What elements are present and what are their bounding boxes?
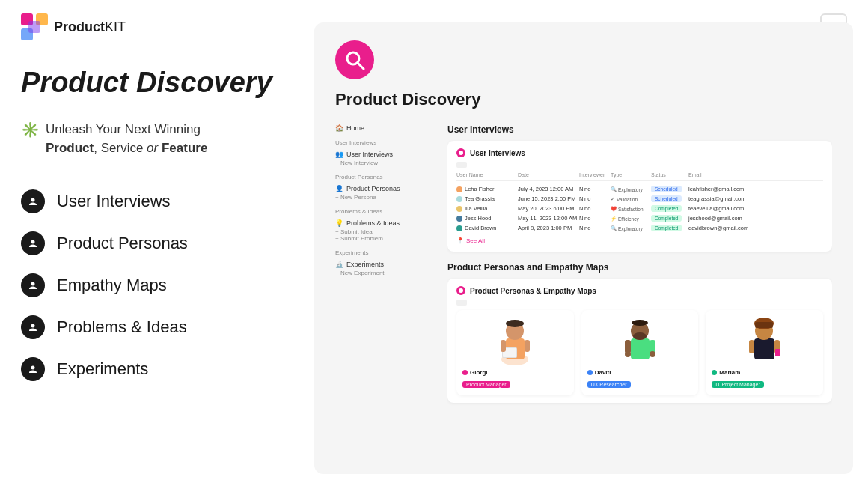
- td-name-4: Jess Hood: [456, 215, 516, 222]
- table-row[interactable]: Jess Hood May 11, 2023 12:00 AM Nino ⚡ E…: [456, 213, 823, 223]
- persona-illustration-2: [587, 316, 693, 365]
- header: ProductKIT: [21, 13, 126, 40]
- interviews-database: User Interviews User Name Date Interview…: [447, 141, 832, 252]
- nav-label-1: User Interviews: [57, 192, 171, 211]
- svg-rect-14: [501, 340, 506, 352]
- personas-db-controls: [456, 300, 467, 306]
- mockup-main-content: User Interviews User Interviews User Nam…: [447, 124, 832, 458]
- td-interviewer-2: Nino: [579, 195, 609, 202]
- persona-card-1[interactable]: Giorgi Product Manager: [456, 310, 574, 395]
- see-all-link[interactable]: 📍 See All: [456, 237, 823, 244]
- td-type-3: ❤️ Satisfaction: [611, 205, 650, 212]
- persona-illustration-3: [712, 316, 817, 365]
- svg-rect-30: [775, 349, 780, 356]
- td-interviewer-4: Nino: [579, 215, 609, 222]
- td-date-3: May 20, 2023 6:00 PM: [518, 205, 578, 212]
- persona-card-2[interactable]: Daviti UX Researcher: [581, 310, 699, 395]
- td-status-2: Scheduled: [651, 195, 687, 202]
- nav-item-experiments[interactable]: Experiments: [21, 350, 313, 389]
- tagline-text: Unleash Your Next Winning Product, Servi…: [46, 120, 207, 158]
- user-avatar-5: [456, 225, 462, 231]
- personas-database: Product Personas & Empathy Maps: [447, 279, 832, 403]
- user-avatar-2: [456, 196, 462, 202]
- sidebar-section-interviews: User Interviews: [335, 139, 433, 146]
- svg-point-18: [633, 332, 647, 340]
- sidebar-item-experiments[interactable]: 🔬 Experiments: [335, 259, 433, 270]
- mockup-content: 🏠 Home User Interviews 👥 User Interviews…: [335, 124, 832, 458]
- sidebar-section-experiments: Experiments: [335, 249, 433, 256]
- svg-point-6: [459, 151, 463, 155]
- sidebar-new-persona[interactable]: + New Persona: [335, 194, 433, 201]
- th-interviewer: Interviewer: [579, 172, 609, 177]
- nav-label-4: Problems & Ideas: [57, 318, 187, 337]
- td-email-2: teagrassia@gmail.com: [688, 195, 733, 202]
- svg-rect-28: [749, 340, 754, 353]
- user-avatar-3: [456, 206, 462, 212]
- nav-item-problems-ideas[interactable]: Problems & Ideas: [21, 308, 313, 347]
- personas-db-title-text: Product Personas & Empathy Maps: [470, 287, 596, 295]
- persona-illustration-1: [462, 316, 568, 365]
- table-row[interactable]: Leha Fisher July 4, 2023 12:00 AM Nino 🔍…: [456, 184, 823, 194]
- svg-rect-24: [754, 338, 774, 359]
- sidebar-item-problems[interactable]: 💡 Problems & Ideas: [335, 218, 433, 228]
- td-type-1: 🔍 Exploratory: [611, 186, 650, 192]
- tagline-product: Product: [46, 141, 94, 155]
- th-username: User Name: [456, 172, 516, 177]
- tagline-line1: Unleash Your Next Winning: [46, 122, 201, 136]
- th-email: Email: [688, 172, 733, 177]
- svg-point-22: [625, 351, 631, 357]
- td-email-1: leahfisher@gmail.com: [688, 186, 733, 192]
- svg-rect-16: [631, 338, 650, 359]
- mockup-logo: [335, 40, 374, 79]
- db-title-icon: [456, 148, 465, 157]
- user-avatar-1: [456, 186, 462, 192]
- td-status-5: Completed: [651, 225, 687, 231]
- td-date-1: July 4, 2023 12:00 AM: [518, 186, 578, 192]
- td-status-4: Completed: [651, 215, 687, 222]
- sidebar-home[interactable]: 🏠 Home: [335, 124, 433, 132]
- tagline: ✳️ Unleash Your Next Winning Product, Se…: [21, 120, 313, 158]
- nav-item-user-interviews[interactable]: User Interviews: [21, 182, 313, 221]
- sidebar-section-personas: Product Personas: [335, 174, 433, 180]
- persona-role-3: IT Project Manager: [712, 381, 763, 388]
- tagline-icon: ✳️: [21, 120, 40, 139]
- td-type-2: ✓ Validation: [611, 195, 650, 202]
- table-row[interactable]: Ilia Velua May 20, 2023 6:00 PM Nino ❤️ …: [456, 204, 823, 213]
- db-controls: [456, 162, 467, 168]
- personas-section: Product Personas and Empathy Maps Produc…: [447, 262, 832, 403]
- persona-name-3: Mariam: [712, 369, 817, 376]
- svg-line-5: [358, 63, 364, 69]
- page-title: Product Discovery: [21, 67, 313, 99]
- persona-dot-2: [587, 370, 593, 375]
- nav-list: User Interviews Product Personas Empathy…: [21, 182, 313, 389]
- nav-circle-4: [21, 315, 45, 339]
- nav-circle-5: [21, 357, 45, 381]
- nav-item-product-personas[interactable]: Product Personas: [21, 224, 313, 263]
- td-name-5: David Brown: [456, 225, 516, 231]
- mockup-title: Product Discovery: [335, 90, 832, 109]
- nav-label-5: Experiments: [57, 359, 148, 379]
- sidebar-section-problems: Problems & Ideas: [335, 208, 433, 215]
- th-date: Date: [518, 172, 578, 177]
- personas-section-header: Product Personas and Empathy Maps: [447, 262, 832, 273]
- sidebar-submit-problem[interactable]: + Submit Problem: [335, 235, 433, 242]
- personas-cards: Giorgi Product Manager: [456, 310, 823, 395]
- persona-name-1: Giorgi: [462, 369, 568, 376]
- td-type-5: 🔍 Exploratory: [611, 225, 650, 231]
- sidebar-submit-idea[interactable]: + Submit Idea: [335, 228, 433, 235]
- nav-item-empathy-maps[interactable]: Empathy Maps: [21, 266, 313, 305]
- user-avatar-4: [456, 216, 462, 222]
- db-title-row: User Interviews: [456, 148, 823, 157]
- sidebar-item-personas[interactable]: 👤 Product Personas: [335, 183, 433, 194]
- sidebar-item-user-interviews[interactable]: 👥 User Interviews: [335, 149, 433, 160]
- svg-point-11: [506, 320, 524, 327]
- table-row[interactable]: Tea Grassia June 15, 2023 2:00 PM Nino ✓…: [456, 194, 823, 204]
- svg-point-23: [650, 351, 655, 357]
- table-row[interactable]: David Brown April 8, 2023 1:00 PM Nino 🔍…: [456, 223, 823, 233]
- svg-point-19: [632, 320, 648, 326]
- persona-card-3[interactable]: Mariam IT Project Manager: [706, 310, 823, 395]
- sidebar-new-interview[interactable]: + New Interview: [335, 160, 433, 166]
- mockup-sidebar: 🏠 Home User Interviews 👥 User Interviews…: [335, 124, 433, 458]
- sidebar-new-experiment[interactable]: + New Experiment: [335, 270, 433, 276]
- td-email-3: teaevelua@gmail.com: [688, 205, 733, 212]
